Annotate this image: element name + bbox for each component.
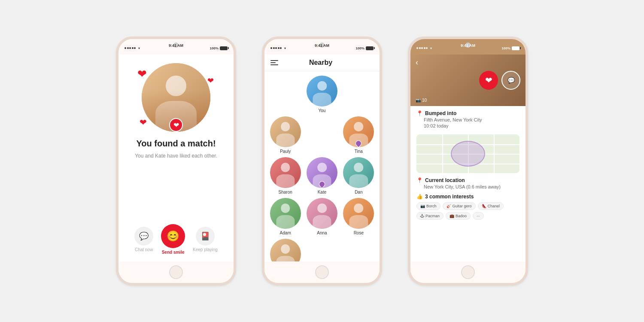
nearby-empty-1-1 bbox=[305, 116, 338, 154]
battery-area-2: 100% bbox=[356, 46, 374, 50]
interest-guitar[interactable]: 🎸 Guitar gero bbox=[443, 202, 476, 210]
you-img bbox=[307, 76, 337, 106]
status-bar-1: ▾ 9:41 AM 100% bbox=[118, 39, 234, 55]
dot-1 bbox=[125, 47, 126, 49]
nearby-empty-0-2 bbox=[342, 76, 375, 113]
signal-area-2: ▾ bbox=[270, 46, 286, 50]
dot-3 bbox=[129, 47, 131, 49]
dot-2 bbox=[127, 47, 129, 49]
sharon-name: Sharon bbox=[279, 190, 292, 194]
dot-3-1 bbox=[416, 47, 418, 49]
pauly-avatar bbox=[270, 116, 301, 147]
smile-icon-circle: 😊 bbox=[161, 224, 185, 248]
pauly-avatar-wrap bbox=[270, 116, 301, 147]
road-v-3 bbox=[494, 134, 495, 173]
bumped-into-section: 📍 Bumped into Fifth Avenue, New York Cit… bbox=[416, 110, 519, 128]
send-smile-button[interactable]: 😊 Send smile bbox=[161, 224, 185, 255]
chat-now-button[interactable]: 💬 Chat now bbox=[134, 227, 153, 252]
rose-avatar bbox=[343, 198, 374, 229]
road-v-1 bbox=[442, 134, 443, 173]
kate-avatar-wrap bbox=[307, 157, 337, 188]
phone-bottom-3 bbox=[410, 261, 526, 283]
badoo-label: Badoo bbox=[456, 214, 467, 218]
nearby-person-tina[interactable]: Tina bbox=[342, 116, 375, 154]
dot-4 bbox=[132, 47, 134, 49]
adam-name: Adam bbox=[280, 231, 291, 235]
home-button-2[interactable] bbox=[315, 265, 329, 279]
borch-icon: 📷 bbox=[420, 204, 425, 208]
cards-icon-circle: 🎴 bbox=[196, 227, 215, 246]
dan-avatar bbox=[343, 157, 374, 188]
interests-title: 👍 3 common interests bbox=[416, 194, 519, 200]
nearby-person-adam[interactable]: Adam bbox=[269, 198, 302, 235]
heart-decoration-3: ❤ bbox=[140, 117, 147, 128]
interest-borch[interactable]: 📷 Borch bbox=[416, 202, 440, 210]
anna-img bbox=[307, 198, 337, 229]
nearby-person-kate[interactable]: Kate bbox=[305, 157, 338, 194]
home-button-3[interactable] bbox=[461, 265, 475, 279]
dot-2-1 bbox=[270, 47, 272, 49]
battery-icon-3 bbox=[512, 46, 519, 50]
location-icon: 📍 bbox=[416, 177, 423, 183]
sharon-img bbox=[270, 157, 301, 188]
pauly-img bbox=[270, 116, 301, 147]
current-location-section: 📍 Current location New York City, USA (0… bbox=[416, 177, 519, 189]
signal-dots bbox=[125, 47, 136, 49]
chat-label: Chat now bbox=[135, 247, 153, 252]
interest-more[interactable]: ··· bbox=[473, 212, 484, 220]
pacman-label: Pacman bbox=[425, 214, 440, 218]
nearby-person-pauly[interactable]: Pauly bbox=[269, 116, 302, 154]
tina-avatar-wrap bbox=[343, 116, 374, 147]
photo-count: 📷 10 bbox=[416, 98, 427, 103]
menu-button[interactable] bbox=[270, 60, 278, 65]
status-time-2: 9:41 AM bbox=[315, 43, 329, 48]
detail-action-buttons: ❤ 💬 bbox=[479, 71, 520, 90]
nearby-person-you[interactable]: You bbox=[305, 76, 338, 113]
battery-pct-3: 100% bbox=[502, 46, 510, 50]
back-button[interactable]: ‹ bbox=[416, 58, 418, 67]
nearby-person-emma[interactable]: Emma bbox=[269, 239, 302, 261]
interest-badoo[interactable]: 💼 Badoo bbox=[446, 212, 471, 220]
interests-section: 👍 3 common interests 📷 Borch 🎸 Guitar ge… bbox=[416, 194, 519, 220]
interest-pacman[interactable]: 🕹 Pacman bbox=[416, 212, 444, 220]
home-button-1[interactable] bbox=[169, 265, 183, 279]
bumped-into-title: 📍 Bumped into bbox=[416, 110, 519, 116]
photo-count-value: 10 bbox=[422, 98, 427, 103]
anna-name: Anna bbox=[317, 231, 327, 235]
match-screen: ❤ ❤ ❤ ❤ You found a match! You and Kate … bbox=[118, 55, 234, 261]
current-location-label: Current location bbox=[425, 177, 465, 183]
nearby-person-anna[interactable]: Anna bbox=[305, 198, 338, 235]
detail-body: 📍 Bumped into Fifth Avenue, New York Cit… bbox=[410, 106, 526, 261]
chanel-icon: 👠 bbox=[482, 204, 486, 208]
map-grid bbox=[416, 134, 519, 173]
location-map[interactable] bbox=[416, 134, 519, 173]
pacman-icon: 🕹 bbox=[420, 214, 424, 218]
heart-decoration-2: ❤ bbox=[207, 76, 214, 85]
emma-avatar-wrap bbox=[270, 239, 301, 261]
chanel-label: Chanel bbox=[488, 204, 500, 208]
adam-img bbox=[270, 198, 301, 229]
like-button[interactable]: ❤ bbox=[479, 71, 498, 90]
match-subtitle: You and Kate have liked each other. bbox=[135, 152, 217, 160]
nearby-person-sharon[interactable]: Sharon bbox=[269, 157, 302, 194]
chat-icon-circle: 💬 bbox=[134, 227, 153, 246]
battery-fill-2 bbox=[366, 47, 373, 50]
keep-label: Keep playing bbox=[193, 247, 218, 252]
nearby-header: Nearby bbox=[264, 55, 380, 71]
match-avatar-wrap: ❤ ❤ ❤ ❤ bbox=[142, 63, 210, 132]
interest-chanel[interactable]: 👠 Chanel bbox=[478, 202, 504, 210]
detail-content: ‹ 📷 10 ❤ 💬 📍 Bumped into bbox=[410, 55, 526, 261]
battery-pct-2: 100% bbox=[356, 46, 365, 50]
battery-fill-3 bbox=[512, 47, 519, 50]
nearby-person-rose[interactable]: Rose bbox=[342, 198, 375, 235]
current-location-title: 📍 Current location bbox=[416, 177, 519, 183]
detail-header: ‹ 📷 10 ❤ 💬 bbox=[410, 55, 526, 106]
phone-bottom-2 bbox=[264, 261, 380, 283]
nearby-empty-0-0 bbox=[269, 76, 302, 113]
nearby-person-dan[interactable]: Dan bbox=[342, 157, 375, 194]
heart-decoration-1: ❤ bbox=[137, 67, 147, 81]
more-icon: ··· bbox=[477, 214, 480, 218]
chat-button[interactable]: 💬 bbox=[501, 71, 520, 90]
keep-playing-button[interactable]: 🎴 Keep playing bbox=[193, 227, 218, 252]
battery-area-1: 100% bbox=[210, 46, 228, 50]
